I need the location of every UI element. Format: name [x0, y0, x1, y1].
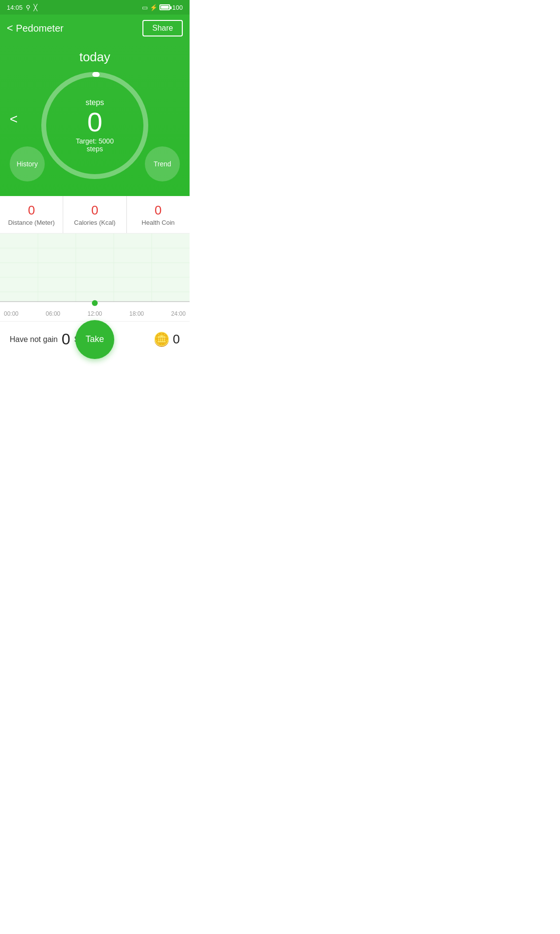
- calories-stat: 0 Calories (Kcal): [63, 196, 126, 233]
- signal-icon: ⚲: [26, 4, 31, 11]
- history-btn-container: History: [10, 146, 45, 181]
- status-left: 14:05 ⚲ ╳: [7, 4, 37, 11]
- back-button[interactable]: <: [7, 22, 13, 35]
- day-label: today: [79, 50, 110, 65]
- health-coin-stat: 0 Health Coin: [127, 196, 190, 233]
- svg-rect-10: [0, 234, 190, 302]
- steps-label: steps: [67, 98, 123, 107]
- chart-container: 00:00 06:00 12:00 18:00 24:00: [0, 234, 190, 321]
- trend-btn-container: Trend: [145, 146, 180, 181]
- calories-label: Calories (Kcal): [67, 219, 122, 226]
- svg-point-12: [92, 300, 98, 306]
- chart-label-0: 00:00: [4, 310, 18, 317]
- activity-chart: [0, 234, 190, 306]
- battery-percent: 100: [172, 4, 183, 11]
- steps-circle: steps 0 Target: 5000 steps: [39, 70, 151, 181]
- share-button[interactable]: Share: [142, 20, 183, 36]
- distance-stat: 0 Distance (Meter): [0, 196, 63, 233]
- prev-day-button[interactable]: <: [10, 111, 18, 127]
- status-bar: 14:05 ⚲ ╳ ▭ ⚡ 100: [0, 0, 190, 15]
- circle-center: steps 0 Target: 5000 steps: [67, 98, 123, 153]
- chart-label-1: 06:00: [46, 310, 60, 317]
- chart-label-2: 12:00: [88, 310, 102, 317]
- distance-value: 0: [4, 203, 59, 218]
- distance-label: Distance (Meter): [4, 219, 59, 226]
- steps-value: 0: [67, 107, 123, 137]
- app-bar: < Pedometer Share: [0, 15, 190, 42]
- status-right: ▭ ⚡ 100: [142, 4, 183, 11]
- trend-button[interactable]: Trend: [145, 146, 180, 181]
- chart-label-3: 18:00: [129, 310, 144, 317]
- app-bar-left: < Pedometer: [7, 22, 64, 35]
- coin-area: 🪙 0: [153, 331, 180, 347]
- health-coin-label: Health Coin: [131, 219, 186, 226]
- bottom-bar: Have not gain 0 Steps Take 🪙 0: [0, 321, 190, 357]
- take-button[interactable]: Take: [75, 320, 114, 359]
- coin-value: 0: [173, 332, 180, 347]
- stats-row: 0 Distance (Meter) 0 Calories (Kcal) 0 H…: [0, 196, 190, 234]
- coin-icon: 🪙: [153, 331, 170, 347]
- gained-steps-value: 0: [62, 330, 70, 348]
- calories-value: 0: [67, 203, 122, 218]
- battery-icon: [159, 4, 170, 10]
- health-coin-value: 0: [131, 203, 186, 218]
- chart-label-4: 24:00: [171, 310, 186, 317]
- history-button[interactable]: History: [10, 146, 45, 181]
- steps-target: Target: 5000 steps: [67, 137, 123, 153]
- usb-icon: ╳: [34, 4, 37, 11]
- have-not-gain-label: Have not gain: [10, 335, 58, 344]
- app-title: Pedometer: [16, 23, 64, 34]
- time-display: 14:05: [7, 4, 23, 11]
- chart-x-axis: 00:00 06:00 12:00 18:00 24:00: [0, 308, 190, 319]
- screen-icon: ▭: [142, 4, 148, 11]
- hero-section: today < steps 0 Target: 5000 steps Histo…: [0, 42, 190, 196]
- bolt-icon: ⚡: [150, 4, 158, 11]
